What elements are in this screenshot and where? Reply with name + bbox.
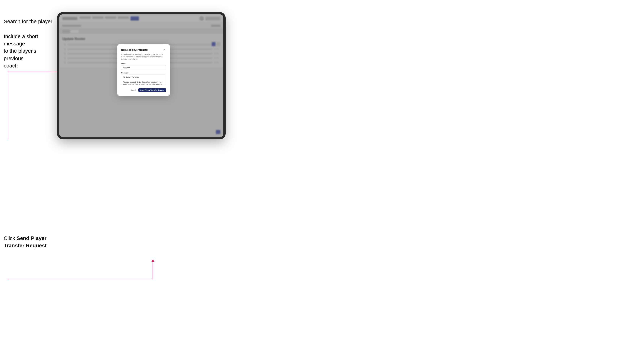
send-transfer-request-button[interactable]: Send Player Transfer Request (138, 88, 166, 92)
tablet-screen: Update Roster (59, 14, 223, 137)
player-label: Player (121, 63, 166, 64)
request-transfer-modal: Request player transfer × If the player … (118, 44, 170, 96)
annotation-click-text: Click Send Player Transfer Request (4, 235, 54, 249)
cancel-button[interactable]: Cancel (129, 88, 137, 92)
modal-footer: Cancel Send Player Transfer Request (121, 88, 166, 92)
modal-title: Request player transfer (121, 48, 148, 51)
player-search-input[interactable] (121, 65, 166, 70)
modal-description: If the player is transferring from anoth… (121, 53, 166, 60)
arrow-search-vertical (8, 69, 8, 140)
modal-header: Request player transfer × (121, 48, 166, 51)
annotation-search-text: Search for the player. (4, 18, 54, 25)
annotation-message-text: Include a short message to the player's … (4, 33, 54, 69)
tablet-device: Update Roster (57, 12, 226, 139)
arrow-click-vertical (152, 260, 153, 279)
close-icon[interactable]: × (163, 48, 166, 51)
message-textarea[interactable]: Hi Coach McHarg, Please accept this tran… (121, 75, 166, 85)
modal-overlay: Request player transfer × If the player … (59, 14, 223, 137)
message-label: Message (121, 72, 166, 74)
arrow-click-horizontal (8, 279, 153, 279)
